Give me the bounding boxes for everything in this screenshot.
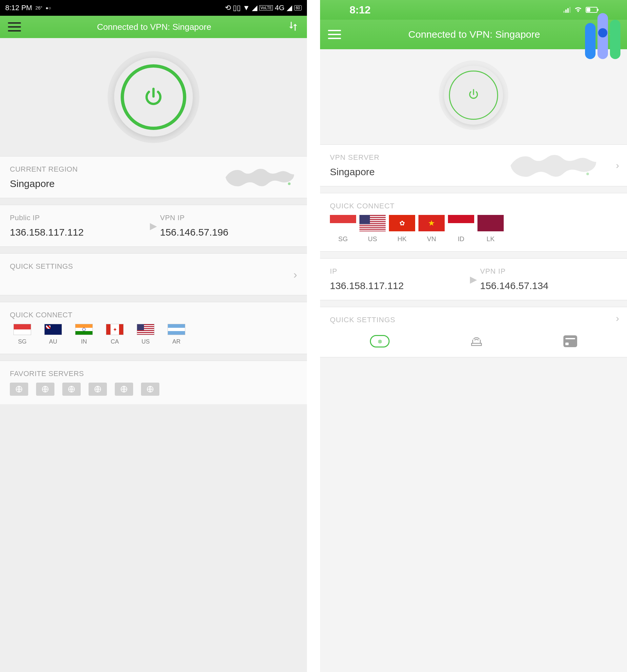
status-right-icons: ⟲▯▯▼◢VoLTE4G◢60 — [225, 4, 302, 12]
public-ip-label: Public IP — [10, 214, 147, 222]
android-screenshot: 8:12 PM 26° ●○ ⟲▯▯▼◢VoLTE4G◢60 Connected… — [0, 0, 307, 672]
quick-settings-label: QUICK SETTINGS — [10, 262, 297, 271]
quick-connect-au[interactable]: AU — [41, 324, 66, 345]
quick-settings-section[interactable]: QUICK SETTINGS › — [0, 253, 307, 295]
quick-connect-id[interactable]: ID — [448, 215, 474, 243]
favorite-servers-section: FAVORITE SERVERS — [0, 361, 307, 404]
quick-connect-lk[interactable]: LK — [477, 215, 504, 243]
card-icon[interactable] — [563, 335, 577, 347]
ip-section: IP 136.158.117.112 ▶ VPN IP 156.146.57.1… — [320, 258, 627, 300]
quick-connect-us[interactable]: US — [359, 215, 386, 243]
chevron-right-icon: › — [616, 313, 619, 324]
quick-connect-hk[interactable]: HK — [389, 215, 415, 243]
network-swap-icon[interactable] — [287, 20, 299, 33]
ip-section: Public IP 136.158.117.112 ▶ VPN IP 156.1… — [0, 205, 307, 247]
app-header: Connected to VPN: Singapore — [0, 16, 307, 38]
world-map-icon — [506, 146, 604, 185]
kill-switch-toggle[interactable]: ⊗ — [370, 335, 390, 347]
ios-screenshot: 8:12 Connected to VPN: Singapore VPN SER… — [320, 0, 627, 672]
header-title: Connected to VPN: Singapore — [97, 22, 211, 32]
quick-connect-us[interactable]: US — [133, 324, 158, 345]
ip-arrow-icon: ▶ — [147, 220, 160, 231]
quick-connect-ar[interactable]: AR — [164, 324, 189, 345]
ip-value: 136.158.117.112 — [330, 280, 467, 291]
overlay-decoration — [585, 13, 621, 59]
world-map-icon — [222, 161, 300, 194]
power-icon — [465, 86, 482, 104]
quick-connect-label: QUICK CONNECT — [10, 311, 297, 319]
vpn-ip-label: VPN IP — [160, 214, 297, 222]
quick-connect-section: QUICK CONNECT SG AU IN ✦CA US AR — [0, 302, 307, 354]
favorite-slot[interactable] — [141, 383, 159, 396]
status-time: 8:12 PM — [5, 4, 32, 12]
battery-icon — [586, 7, 598, 13]
quick-connect-section: QUICK CONNECT SG US HK VN ID LK — [320, 193, 627, 252]
status-temp: 26° — [35, 5, 42, 10]
current-region-section[interactable]: CURRENT REGION Singapore — [0, 156, 307, 198]
vpn-ip-value: 156.146.57.134 — [480, 280, 617, 291]
quick-connect-vn[interactable]: VN — [419, 215, 445, 243]
favorite-slot[interactable] — [89, 383, 107, 396]
favorite-slot[interactable] — [10, 383, 28, 396]
quick-connect-sg[interactable]: SG — [330, 215, 356, 243]
vpn-ip-label: VPN IP — [480, 267, 617, 275]
app-header: Connected to VPN: Singapore — [320, 20, 627, 49]
menu-button[interactable] — [328, 30, 341, 39]
favorite-slot[interactable] — [36, 383, 54, 396]
header-title: Connected to VPN: Singapore — [408, 29, 540, 40]
chevron-right-icon: › — [616, 160, 619, 171]
public-ip-value: 136.158.117.112 — [10, 227, 147, 238]
quick-settings-section[interactable]: QUICK SETTINGS › ⊗ — [320, 307, 627, 357]
vpn-server-section[interactable]: VPN SERVER Singapore › — [320, 144, 627, 186]
ios-status-bar: 8:12 — [320, 0, 627, 20]
ip-label: IP — [330, 267, 467, 275]
favorite-slot[interactable] — [115, 383, 133, 396]
vpn-ip-value: 156.146.57.196 — [160, 227, 297, 238]
quick-connect-ca[interactable]: ✦CA — [102, 324, 127, 345]
favorite-label: FAVORITE SERVERS — [10, 369, 297, 378]
quick-connect-label: QUICK CONNECT — [330, 202, 617, 210]
quick-connect-sg[interactable]: SG — [10, 324, 35, 345]
android-status-bar: 8:12 PM 26° ●○ ⟲▯▯▼◢VoLTE4G◢60 — [0, 0, 307, 16]
status-extra-icons: ●○ — [46, 5, 51, 10]
ip-arrow-icon: ▶ — [467, 274, 480, 285]
quick-connect-in[interactable]: IN — [72, 324, 96, 345]
menu-button[interactable] — [8, 22, 21, 31]
chevron-right-icon: › — [294, 268, 297, 281]
power-icon — [142, 85, 165, 109]
quick-settings-label: QUICK SETTINGS — [330, 316, 617, 324]
signal-icon — [563, 7, 571, 13]
wifi-icon — [574, 4, 582, 16]
power-toggle-button[interactable] — [114, 58, 193, 137]
router-icon[interactable] — [470, 334, 483, 349]
favorite-slot[interactable] — [62, 383, 81, 396]
power-toggle-button[interactable] — [444, 66, 503, 125]
status-time: 8:12 — [350, 4, 371, 16]
